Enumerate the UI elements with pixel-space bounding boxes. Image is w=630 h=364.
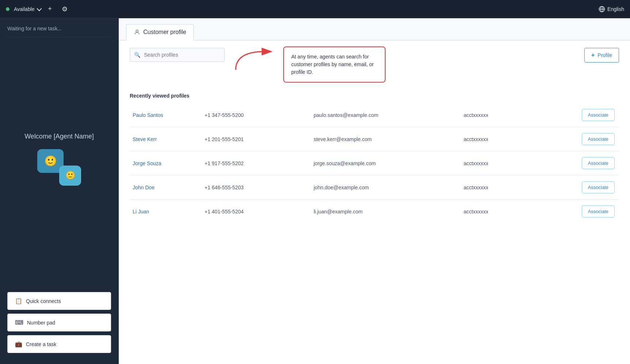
quick-connects-button[interactable]: 📋 Quick connects: [7, 292, 111, 310]
profile-acct: acctxxxxxx: [459, 200, 541, 224]
customer-profile-tab-label: Customer profile: [143, 29, 186, 35]
chat-face-large: 🙂: [44, 155, 57, 167]
create-task-button[interactable]: 💼 Create a task: [7, 335, 111, 353]
table-row: Jorge Souza +1 917-555-5202 jorge.souza@…: [130, 151, 619, 175]
associate-button[interactable]: Associate: [582, 109, 615, 121]
profile-name-link[interactable]: Paulo Santos: [133, 112, 163, 118]
search-icon: 🔍: [134, 52, 140, 58]
add-profile-label: Profile: [597, 52, 612, 58]
waiting-text: Waiting for a new task...: [0, 18, 118, 37]
settings-icon[interactable]: ⚙: [60, 4, 70, 14]
profile-acct: acctxxxxxx: [459, 175, 541, 200]
language-selector[interactable]: English: [599, 6, 624, 12]
number-pad-button[interactable]: ⌨ Number pad: [7, 314, 111, 331]
customer-profile-tab-icon: [134, 29, 140, 35]
add-button[interactable]: +: [45, 4, 55, 14]
associate-button[interactable]: Associate: [582, 133, 615, 145]
arrow-annotation: [232, 48, 276, 73]
profile-email: john.doe@example.com: [309, 175, 459, 200]
profile-name-link[interactable]: Jorge Souza: [133, 160, 162, 166]
create-task-label: Create a task: [26, 341, 56, 347]
profile-name-link[interactable]: Li Juan: [133, 209, 149, 215]
search-wrapper: 🔍: [130, 48, 225, 62]
globe-icon: [599, 6, 605, 12]
profile-acct: acctxxxxxx: [459, 151, 541, 175]
table-row: Steve Kerr +1 201-555-5201 steve.kerr@ex…: [130, 127, 619, 151]
quick-connects-icon: 📋: [15, 297, 22, 304]
language-label: English: [607, 6, 624, 12]
number-pad-icon: ⌨: [15, 319, 23, 326]
content-area: 🔍 At any time,: [119, 41, 630, 364]
profile-email: jorge.souza@example.com: [309, 151, 459, 175]
chat-face-small: 🙂: [65, 171, 75, 180]
section-title: Recently viewed profiles: [130, 93, 619, 99]
profile-phone: +1 646-555-5203: [200, 175, 310, 200]
tooltip-text: At any time, agents can search for custo…: [291, 54, 374, 75]
sidebar-content: Welcome [Agent Name] 🙂 🙂: [0, 38, 118, 292]
number-pad-label: Number pad: [27, 320, 55, 326]
create-task-icon: 💼: [15, 341, 22, 348]
quick-connects-label: Quick connects: [26, 298, 61, 304]
profile-email: paulo.santos@example.com: [309, 103, 459, 127]
profile-name-link[interactable]: John Doe: [133, 185, 155, 190]
customer-profile-tab[interactable]: Customer profile: [126, 24, 194, 41]
table-row: Li Juan +1 401-555-5204 li.juan@example.…: [130, 200, 619, 224]
welcome-text: Welcome [Agent Name]: [24, 133, 94, 140]
profiles-table: Paulo Santos +1 347-555-5200 paulo.santo…: [130, 103, 619, 223]
associate-button[interactable]: Associate: [582, 181, 615, 193]
status-selector[interactable]: Available: [6, 6, 41, 12]
chat-icon-container: 🙂 🙂: [37, 149, 81, 186]
profile-phone: +1 917-555-5202: [200, 151, 310, 175]
profile-acct: acctxxxxxx: [459, 127, 541, 151]
chat-bubble-small: 🙂: [59, 166, 81, 186]
main-layout: Waiting for a new task... Welcome [Agent…: [0, 18, 630, 364]
content-panel: Customer profile 🔍: [119, 18, 630, 364]
associate-button[interactable]: Associate: [582, 205, 615, 217]
profile-email: li.juan@example.com: [309, 200, 459, 224]
profile-email: steve.kerr@example.com: [309, 127, 459, 151]
add-profile-button[interactable]: + Profile: [584, 48, 619, 62]
svg-point-3: [136, 30, 138, 32]
profile-acct: acctxxxxxx: [459, 103, 541, 127]
associate-button[interactable]: Associate: [582, 157, 615, 169]
recently-viewed-section: Recently viewed profiles Paulo Santos +1…: [130, 93, 619, 223]
status-chevron-icon: [37, 6, 42, 11]
table-row: Paulo Santos +1 347-555-5200 paulo.santo…: [130, 103, 619, 127]
status-indicator: [6, 7, 10, 11]
red-arrow-icon: [232, 48, 276, 73]
profile-name-link[interactable]: Steve Kerr: [133, 136, 157, 142]
profile-phone: +1 201-555-5201: [200, 127, 310, 151]
sidebar: Waiting for a new task... Welcome [Agent…: [0, 18, 119, 364]
sidebar-buttons: 📋 Quick connects ⌨ Number pad 💼 Create a…: [0, 292, 118, 364]
search-input[interactable]: [130, 48, 225, 62]
tooltip-box: At any time, agents can search for custo…: [283, 46, 386, 83]
tab-bar: Customer profile: [119, 18, 630, 41]
search-row: 🔍 At any time,: [130, 48, 619, 83]
add-profile-plus: +: [591, 52, 595, 58]
top-bar: Available + ⚙ English: [0, 0, 630, 18]
profile-phone: +1 401-555-5204: [200, 200, 310, 224]
table-row: John Doe +1 646-555-5203 john.doe@exampl…: [130, 175, 619, 200]
profile-phone: +1 347-555-5200: [200, 103, 310, 127]
status-label: Available: [14, 6, 35, 12]
